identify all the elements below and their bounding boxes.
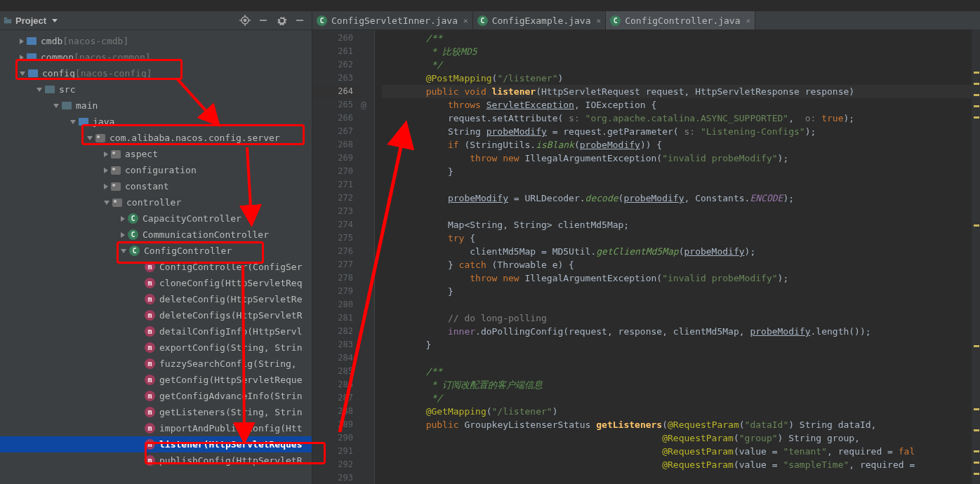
code-line[interactable]: */ xyxy=(382,391,980,405)
project-dropdown[interactable]: Project xyxy=(3,15,58,26)
code-line[interactable]: /** xyxy=(382,32,980,45)
code-line[interactable]: * 比较MD5 xyxy=(382,45,980,58)
tree-item[interactable]: CCapacityController xyxy=(0,210,312,227)
code-line[interactable]: @PostMapping("/listener") xyxy=(382,72,980,85)
code-line[interactable]: } xyxy=(382,285,980,298)
code-line[interactable]: */ xyxy=(382,58,980,72)
tree-item[interactable]: mexportConfig(String, Strin xyxy=(0,340,312,356)
code-line[interactable] xyxy=(382,205,980,218)
close-icon[interactable]: ✕ xyxy=(746,16,751,25)
code-line[interactable]: throw new IllegalArgumentException("inva… xyxy=(382,271,980,285)
code-line[interactable]: } catch (Throwable e) { xyxy=(382,258,980,271)
tree-item[interactable]: mdetailConfigInfo(HttpServl xyxy=(0,323,312,340)
tree-item[interactable]: constant xyxy=(0,178,312,194)
code-line[interactable]: Map<String, String> clientMd5Map; xyxy=(382,218,980,231)
code-line[interactable]: clientMd5Map = MD5Util.getClientMd5Map(p… xyxy=(382,245,980,258)
tree-item[interactable]: mgetListeners(String, Strin xyxy=(0,404,312,420)
code-line[interactable]: if (StringUtils.isBlank(probeModify)) { xyxy=(382,138,980,152)
tree-item[interactable]: main xyxy=(0,98,312,114)
tree-item[interactable]: com.alibaba.nacos.config.server xyxy=(0,130,312,146)
editor-tab[interactable]: CConfigServletInner.java✕ xyxy=(312,11,473,29)
code-line[interactable]: public GroupkeyListenserStatus getListen… xyxy=(382,418,980,431)
code-line[interactable]: throw new IllegalArgumentException("inva… xyxy=(382,152,980,165)
tree-item[interactable]: mcloneConfig(HttpServletReq xyxy=(0,275,312,291)
close-icon[interactable]: ✕ xyxy=(463,16,468,25)
chevron-right-icon[interactable] xyxy=(121,232,125,238)
gutter-annotation xyxy=(359,32,374,45)
project-tree[interactable]: cmdb [nacos-cmdb]common [nacos-common]co… xyxy=(0,30,312,484)
code-line[interactable] xyxy=(382,351,980,365)
code-line[interactable] xyxy=(382,471,980,484)
gutter-annotation xyxy=(359,152,374,165)
code-line[interactable]: @GetMapping("/listener") xyxy=(382,405,980,418)
code-line[interactable]: throws ServletException, IOException { xyxy=(382,98,980,112)
line-number: 286 xyxy=(312,378,359,391)
line-number: 266 xyxy=(312,112,359,125)
code-line[interactable]: try { xyxy=(382,231,980,245)
code-line[interactable] xyxy=(382,298,980,311)
tree-item[interactable]: CConfigController xyxy=(0,243,312,259)
code-line[interactable]: /** xyxy=(382,365,980,378)
code-line[interactable]: inner.doPollingConfig(request, response,… xyxy=(382,325,980,338)
tree-item[interactable]: configuration xyxy=(0,162,312,178)
chevron-down-icon[interactable] xyxy=(53,104,59,108)
collapse-icon[interactable] xyxy=(257,14,270,27)
target-icon[interactable] xyxy=(239,14,251,27)
tree-item[interactable]: config [nacos-config] xyxy=(0,65,312,81)
code-line[interactable]: request.setAttribute( s: "org.apache.cat… xyxy=(382,112,980,125)
tree-item[interactable]: mgetConfig(HttpServletReque xyxy=(0,372,312,388)
class-icon: C xyxy=(128,229,138,240)
chevron-right-icon[interactable] xyxy=(104,168,108,173)
code-line[interactable]: * 订阅改配置的客户端信息 xyxy=(382,378,980,391)
tree-item[interactable]: mpublishConfig(HttpServletR xyxy=(0,452,312,469)
tree-item[interactable]: cmdb [nacos-cmdb] xyxy=(0,33,312,49)
code-line[interactable]: // do long-polling xyxy=(382,311,980,325)
code-line[interactable]: } xyxy=(382,338,980,351)
gear-icon[interactable] xyxy=(275,14,288,27)
code-line[interactable]: probeModify = URLDecoder.decode(probeMod… xyxy=(382,191,980,205)
code-editor[interactable]: /** * 比较MD5 */ @PostMapping("/listener")… xyxy=(375,30,980,484)
tree-item[interactable]: java xyxy=(0,114,312,130)
tree-item[interactable]: aspect xyxy=(0,146,312,162)
chevron-right-icon[interactable] xyxy=(104,184,108,189)
code-line[interactable]: String probeModify = request.getParamete… xyxy=(382,125,980,138)
editor-tab[interactable]: CConfigExample.java✕ xyxy=(473,11,607,29)
tree-item[interactable]: common [nacos-common] xyxy=(0,49,312,65)
tree-item[interactable]: mdeleteConfig(HttpServletRe xyxy=(0,291,312,307)
chevron-down-icon[interactable] xyxy=(121,249,126,253)
tree-item[interactable]: mimportAndPublishConfig(Htt xyxy=(0,420,312,436)
code-line[interactable]: @RequestParam(value = "tenant", required… xyxy=(382,445,980,458)
code-line[interactable]: @RequestParam("group") String group, xyxy=(382,431,980,445)
chevron-down-icon[interactable] xyxy=(104,201,110,205)
chevron-right-icon[interactable] xyxy=(121,216,125,222)
chevron-right-icon[interactable] xyxy=(20,39,24,44)
code-line[interactable]: public void listener(HttpServletRequest … xyxy=(382,85,980,98)
code-line[interactable]: } xyxy=(382,165,980,178)
tree-item[interactable]: src xyxy=(0,81,312,98)
chevron-right-icon[interactable] xyxy=(20,55,24,60)
code-line[interactable]: @RequestParam(value = "sampleTime", requ… xyxy=(382,458,980,471)
tree-item-label: fuzzySearchConfig(String, xyxy=(159,358,297,369)
tree-item[interactable]: mlistener(HttpServletReques xyxy=(0,436,312,452)
method-icon: m xyxy=(145,439,155,450)
hide-icon[interactable] xyxy=(293,14,306,27)
tree-item-label: config xyxy=(42,68,75,79)
code-line[interactable] xyxy=(382,178,980,191)
tree-item[interactable]: CCommunicationController xyxy=(0,227,312,243)
chevron-right-icon[interactable] xyxy=(104,152,108,157)
arrow-none xyxy=(138,297,142,302)
chevron-down-icon[interactable] xyxy=(37,88,42,92)
tree-item[interactable]: mdeleteConfigs(HttpServletR xyxy=(0,307,312,323)
close-icon[interactable]: ✕ xyxy=(597,16,602,25)
tree-item[interactable]: mfuzzySearchConfig(String, xyxy=(0,356,312,372)
chevron-down-icon[interactable] xyxy=(87,136,93,140)
line-number: 288 xyxy=(312,405,359,418)
chevron-down-icon[interactable] xyxy=(20,72,25,76)
tree-item[interactable]: controller xyxy=(0,194,312,210)
tree-item[interactable]: mgetConfigAdvanceInfo(Strin xyxy=(0,388,312,404)
class-icon: C xyxy=(129,246,140,256)
editor-tab[interactable]: CConfigController.java✕ xyxy=(606,11,755,29)
chevron-down-icon[interactable] xyxy=(70,120,76,124)
tree-item[interactable]: mConfigController(ConfigSer xyxy=(0,259,312,275)
arrow-none xyxy=(138,459,142,463)
